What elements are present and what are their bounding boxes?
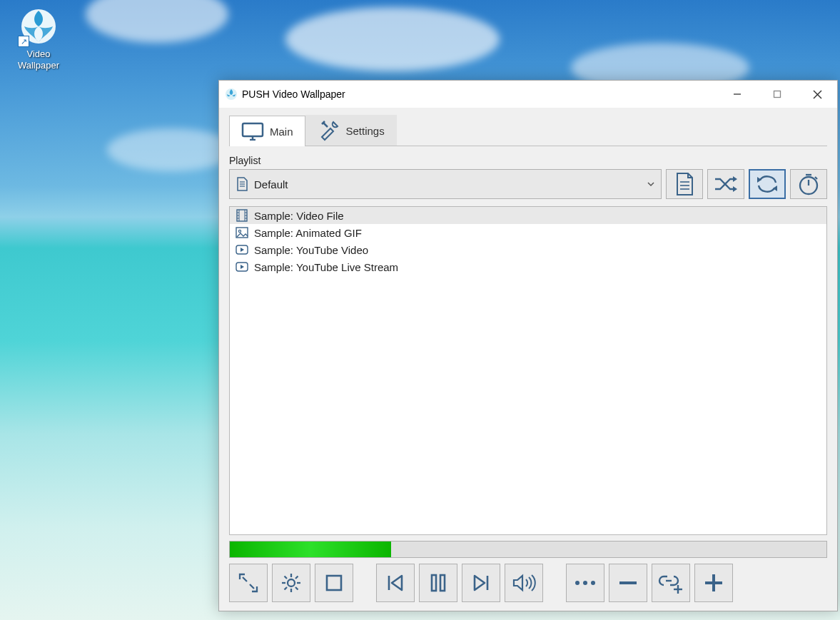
shuffle-icon — [713, 173, 739, 195]
more-button[interactable] — [566, 564, 604, 602]
previous-icon — [385, 572, 406, 594]
stop-icon — [324, 573, 344, 593]
playlist-label: Playlist — [229, 155, 827, 166]
svg-point-34 — [288, 579, 295, 586]
wallpaper-settings-button[interactable] — [272, 564, 310, 602]
svg-line-40 — [295, 587, 298, 590]
youtube-icon — [236, 243, 248, 256]
more-icon — [573, 578, 597, 588]
svg-rect-46 — [440, 575, 445, 591]
app-window: PUSH Video Wallpaper Main — [218, 80, 838, 611]
chevron-down-icon — [647, 180, 655, 188]
list-item-label: Sample: YouTube Live Stream — [254, 261, 398, 273]
image-file-icon — [236, 226, 248, 239]
shortcut-arrow-icon: ↗ — [18, 36, 29, 47]
svg-point-31 — [238, 230, 241, 232]
next-button[interactable] — [462, 564, 500, 602]
svg-line-42 — [285, 587, 288, 590]
volume-icon — [512, 572, 536, 594]
timer-button[interactable] — [790, 169, 827, 199]
next-icon — [470, 572, 492, 594]
youtube-icon — [236, 260, 248, 273]
cloud-decoration — [86, 0, 228, 43]
add-url-button[interactable] — [652, 564, 690, 602]
list-item[interactable]: Sample: YouTube Video — [230, 241, 826, 258]
list-item-label: Sample: YouTube Video — [254, 244, 368, 256]
tab-main-label: Main — [270, 126, 293, 138]
maximize-button[interactable] — [757, 81, 797, 108]
tab-settings[interactable]: Settings — [305, 115, 397, 146]
playlist-dropdown[interactable]: Default — [229, 169, 662, 199]
maximize-icon — [773, 90, 781, 98]
svg-rect-51 — [619, 581, 637, 584]
video-file-icon — [236, 209, 248, 222]
progress-bar[interactable] — [229, 541, 827, 558]
minus-icon — [617, 579, 639, 586]
new-playlist-button[interactable] — [666, 169, 703, 199]
svg-rect-3 — [774, 91, 781, 98]
tab-bar: Main Settings — [229, 115, 827, 146]
pause-button[interactable] — [419, 564, 457, 602]
titlebar[interactable]: PUSH Video Wallpaper — [219, 81, 837, 108]
app-icon — [225, 88, 238, 101]
repeat-icon — [754, 173, 780, 195]
list-item-label: Sample: Animated GIF — [254, 227, 362, 239]
playlist-selected: Default — [254, 178, 647, 190]
new-document-icon — [674, 172, 695, 196]
desktop-shortcut-label: Video Wallpaper — [10, 49, 67, 71]
plus-icon — [702, 571, 725, 594]
svg-line-41 — [295, 576, 298, 579]
tools-icon — [318, 120, 340, 141]
minimize-icon — [733, 90, 742, 98]
svg-line-9 — [323, 123, 328, 127]
svg-rect-45 — [432, 575, 436, 591]
tab-settings-label: Settings — [346, 125, 385, 137]
svg-point-50 — [591, 581, 595, 585]
cloud-decoration — [107, 128, 236, 171]
close-icon — [813, 90, 822, 99]
add-button[interactable] — [694, 564, 733, 602]
svg-line-20 — [815, 177, 817, 179]
previous-button[interactable] — [376, 564, 415, 602]
list-item[interactable]: Sample: Animated GIF — [230, 224, 826, 241]
link-plus-icon — [658, 571, 684, 595]
repeat-button[interactable] — [749, 169, 786, 199]
svg-rect-43 — [327, 576, 341, 590]
svg-rect-6 — [243, 123, 263, 136]
cloud-decoration — [285, 7, 500, 71]
remove-button[interactable] — [609, 564, 647, 602]
shuffle-button[interactable] — [707, 169, 744, 199]
list-item[interactable]: Sample: YouTube Live Stream — [230, 258, 826, 275]
close-button[interactable] — [797, 81, 837, 108]
progress-fill — [230, 542, 391, 557]
playlist-items: Sample: Video File Sample: Animated GIF … — [229, 206, 827, 535]
document-icon — [236, 177, 248, 191]
gear-icon — [280, 571, 303, 594]
fullscreen-icon — [237, 571, 260, 594]
desktop-shortcut-video-wallpaper[interactable]: ↗ Video Wallpaper — [10, 7, 67, 71]
svg-point-48 — [575, 581, 580, 585]
list-item[interactable]: Sample: Video File — [230, 207, 826, 224]
svg-point-49 — [583, 581, 587, 585]
window-title: PUSH Video Wallpaper — [242, 88, 345, 100]
stop-button[interactable] — [315, 564, 353, 602]
minimize-button[interactable] — [717, 81, 757, 108]
monitor-icon — [241, 122, 264, 141]
fullscreen-button[interactable] — [229, 564, 268, 602]
pause-icon — [429, 572, 447, 594]
timer-icon — [796, 172, 821, 196]
volume-button[interactable] — [505, 564, 543, 602]
tab-main[interactable]: Main — [229, 116, 305, 146]
svg-line-39 — [285, 576, 288, 579]
list-item-label: Sample: Video File — [254, 210, 344, 222]
